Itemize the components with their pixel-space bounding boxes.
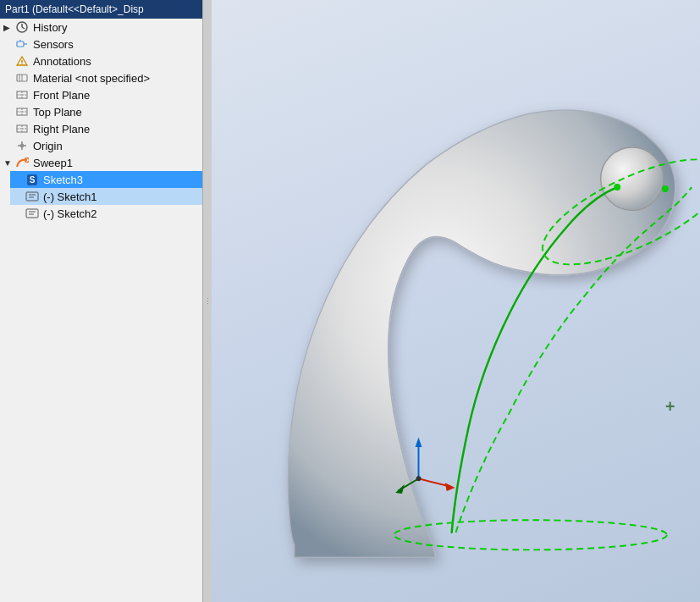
svg-marker-39: [445, 483, 455, 491]
sketch1-icon: [24, 190, 41, 203]
svg-point-42: [416, 476, 422, 481]
tree-item-front-plane[interactable]: Front Plane: [0, 86, 202, 103]
svg-marker-37: [416, 437, 422, 447]
tree-item-sketch3[interactable]: S Sketch3: [10, 171, 202, 188]
tree-item-top-plane[interactable]: Top Plane: [0, 103, 202, 120]
front-plane-icon: [14, 88, 30, 102]
svg-rect-28: [26, 209, 38, 218]
tree-item-sketch1[interactable]: (-) Sketch1: [10, 188, 202, 205]
svg-line-2: [22, 27, 25, 29]
tree-label-origin: Origin: [33, 140, 63, 152]
tree-item-sketch2[interactable]: (-) Sketch2: [10, 205, 202, 222]
sketch3-icon: S: [24, 173, 41, 186]
tree-item-sensors[interactable]: Sensors: [0, 36, 202, 52]
svg-text:+: +: [665, 397, 675, 416]
expand-arrow-sweep1: ▼: [3, 158, 14, 168]
tree-label-annotations: Annotations: [33, 55, 91, 68]
right-plane-icon: [14, 122, 30, 135]
svg-point-35: [614, 184, 620, 191]
document-title: Part1 (Default<<Default>_Disp: [0, 0, 202, 19]
3d-viewport[interactable]: +: [212, 0, 700, 602]
top-plane-icon: [14, 105, 30, 119]
tree-item-right-plane[interactable]: Right Plane: [0, 120, 202, 137]
svg-point-31: [601, 147, 664, 210]
tree-label-top-plane: Top Plane: [33, 106, 82, 119]
tree-label-front-plane: Front Plane: [33, 89, 90, 102]
feature-tree: ▶ History Sensors: [0, 19, 202, 602]
tree-item-sweep1[interactable]: ▼ Sweep1: [0, 154, 202, 171]
tree-label-sketch3: Sketch3: [43, 174, 83, 186]
tree-label-right-plane: Right Plane: [33, 123, 90, 135]
expand-arrow-history: ▶: [3, 23, 14, 32]
annotations-icon: [14, 54, 30, 68]
svg-rect-3: [17, 41, 24, 47]
tree-label-sketch1: (-) Sketch1: [43, 191, 97, 203]
tree-label-sketch2: (-) Sketch2: [43, 207, 97, 220]
svg-point-32: [394, 520, 667, 550]
sensors-icon: [14, 37, 30, 51]
origin-icon: [14, 139, 30, 152]
material-icon: [14, 71, 30, 85]
svg-point-34: [662, 185, 669, 192]
tree-label-sweep1: Sweep1: [33, 157, 73, 169]
tree-item-annotations[interactable]: Annotations: [0, 52, 202, 69]
tree-label-material: Material <not specified>: [33, 72, 150, 85]
feature-tree-panel: Part1 (Default<<Default>_Disp ▶ History: [0, 0, 203, 602]
tree-item-material[interactable]: Material <not specified>: [0, 69, 202, 86]
tree-item-origin[interactable]: Origin: [0, 137, 202, 154]
sketch2-icon: [24, 207, 41, 220]
panel-divider[interactable]: ⋮: [203, 0, 212, 602]
model-svg: +: [212, 0, 700, 602]
sweep1-icon: [14, 156, 30, 169]
svg-point-8: [21, 64, 23, 65]
svg-rect-25: [26, 192, 38, 201]
tree-label-history: History: [33, 21, 67, 34]
history-icon: [14, 20, 30, 34]
tree-item-history[interactable]: ▶ History: [0, 19, 202, 36]
tree-label-sensors: Sensors: [33, 38, 74, 51]
